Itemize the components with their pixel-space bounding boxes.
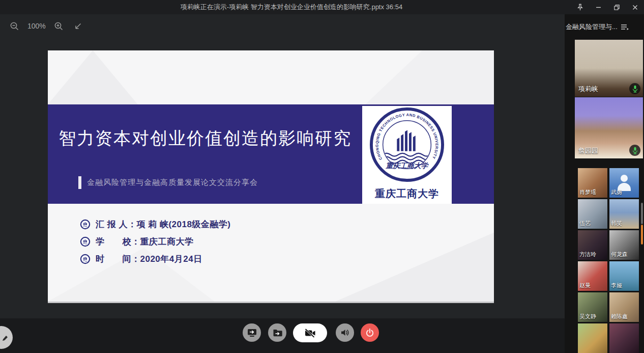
bullet-text: 汇 报 人：项 莉 峡(2018级金融学) <box>96 219 231 230</box>
participant-tile[interactable]: 武扬 <box>609 168 639 198</box>
mic-icon <box>629 145 640 156</box>
bullet-row: 时 间：2020年4月24日 <box>80 253 231 265</box>
university-name: 重庆工商大学 <box>362 187 452 201</box>
participant-tile[interactable]: 方洁玲 <box>578 230 607 260</box>
window-title: 项莉峡正在演示-项莉峡 智力资本对创业企业价值创造的影响研究.pptx 36:5… <box>0 0 583 14</box>
restore-button[interactable] <box>609 1 624 13</box>
zoom-in-button[interactable] <box>53 20 65 32</box>
meeting-window: 项莉峡正在演示-项莉峡 智力资本对创业企业价值创造的影响研究.pptx 36:5… <box>0 0 644 353</box>
file-share-icon <box>272 328 283 338</box>
bullet-row: 汇 报 人：项 莉 峡(2018级金融学) <box>80 219 231 230</box>
slide-subtitle: 金融风险管理与金融高质量发展论文交流分享会 <box>87 178 258 187</box>
bullet-text: 时 间：2020年4月24日 <box>96 253 202 265</box>
participant-tile[interactable] <box>609 323 639 353</box>
participant-tile[interactable]: 赵曼 <box>578 261 607 291</box>
speaker-icon <box>340 328 350 338</box>
camera-off-icon <box>304 328 317 338</box>
zoom-toolbar: 100% <box>0 14 565 38</box>
participant-tile[interactable]: 伍艺 <box>578 199 607 229</box>
zoom-level: 100% <box>27 22 46 30</box>
participant-tile[interactable]: 赖陈鑫 <box>609 292 639 322</box>
university-logo-panel: CHONGQING TECHNOLOGY AND BUSINESS UNIVER… <box>362 106 452 204</box>
participant-name: 武扬 <box>611 188 622 196</box>
participants-sidebar: 金融风险管理与... 项莉峡 <box>565 14 644 353</box>
screen-share-icon <box>247 328 257 338</box>
participant-tile[interactable]: 何龙森 <box>609 230 639 260</box>
speaker-button[interactable] <box>336 323 354 342</box>
bullet-seal-icon <box>80 236 91 247</box>
bullet-row: 学 校：重庆工商大学 <box>80 236 231 248</box>
screen-share-button[interactable] <box>243 323 261 342</box>
participant-name: 伍艺 <box>579 220 591 227</box>
slide-top-band <box>48 50 494 104</box>
featured-videos: 项莉峡 詹园园 <box>575 40 643 158</box>
participant-name: 项莉峡 <box>578 85 598 94</box>
presentation-area: 100% 智力资本对创业价值创造的影响研究 <box>0 14 565 353</box>
tool-icon <box>1 334 9 342</box>
participant-tile[interactable]: 李娅 <box>609 261 639 291</box>
bullet-text: 学 校：重庆工商大学 <box>96 236 194 248</box>
bottom-toolbar <box>0 318 565 353</box>
close-button[interactable] <box>628 1 642 13</box>
participant-name: 方洁玲 <box>579 251 596 258</box>
participant-tile[interactable]: 肖梦瑶 <box>578 168 607 198</box>
participant-name: 赵曼 <box>579 282 591 289</box>
slide: 智力资本对创业价值创造的影响研究 金融风险管理与金融高质量发展论文交流分享会 C… <box>48 50 494 303</box>
mic-icon <box>629 83 640 94</box>
participant-name: 詹园园 <box>578 146 598 155</box>
participant-tile[interactable] <box>578 323 607 353</box>
participant-name: 韩笑 <box>611 220 622 227</box>
featured-video[interactable]: 詹园园 <box>575 97 643 158</box>
slide-title: 智力资本对创业价值创造的影响研究 <box>48 127 362 150</box>
participant-name: 李娅 <box>611 282 622 289</box>
file-share-button[interactable] <box>268 323 286 342</box>
bullet-seal-icon <box>80 219 91 230</box>
camera-off-button[interactable] <box>293 323 327 342</box>
svg-text:重庆工商大学: 重庆工商大学 <box>386 161 429 170</box>
edge-tool-button[interactable] <box>0 326 13 349</box>
fit-screen-icon[interactable] <box>72 20 84 32</box>
featured-video[interactable]: 项莉峡 <box>575 40 643 97</box>
sidebar-header: 金融风险管理与... <box>566 22 642 32</box>
participant-grid: 肖梦瑶 武扬 伍艺 韩笑 <box>578 168 639 353</box>
participant-tile[interactable]: 吴文静 <box>578 292 607 322</box>
participant-name: 吴文静 <box>579 313 596 320</box>
pin-icon[interactable] <box>573 1 587 13</box>
slide-title-band: 智力资本对创业价值创造的影响研究 金融风险管理与金融高质量发展论文交流分享会 C… <box>48 104 494 204</box>
meeting-name: 金融风险管理与... <box>566 22 618 32</box>
participant-avatar <box>609 323 639 353</box>
subtitle-accent-bar <box>78 176 81 189</box>
power-icon <box>365 328 375 338</box>
participant-name: 肖梦瑶 <box>579 188 596 196</box>
participant-name: 赖陈鑫 <box>611 313 628 320</box>
window-titlebar: 项莉峡正在演示-项莉峡 智力资本对创业企业价值创造的影响研究.pptx 36:5… <box>0 0 644 14</box>
participant-tile[interactable]: 韩笑 <box>609 199 639 229</box>
participant-list-toggle-icon[interactable] <box>621 24 629 30</box>
participants-scrollbar[interactable] <box>641 203 643 224</box>
university-seal-icon: CHONGQING TECHNOLOGY AND BUSINESS UNIVER… <box>369 107 445 182</box>
bullet-seal-icon <box>80 254 91 264</box>
zoom-out-button[interactable] <box>8 20 20 32</box>
report-bullets: 汇 报 人：项 莉 峡(2018级金融学) 学 校：重庆工商大学 <box>80 219 231 265</box>
participant-name: 何龙森 <box>611 251 628 258</box>
participant-avatar <box>578 323 607 353</box>
leave-meeting-button[interactable] <box>361 323 379 342</box>
minimize-button[interactable] <box>591 1 605 13</box>
participants-scrollbar-indicator[interactable] <box>641 225 643 245</box>
